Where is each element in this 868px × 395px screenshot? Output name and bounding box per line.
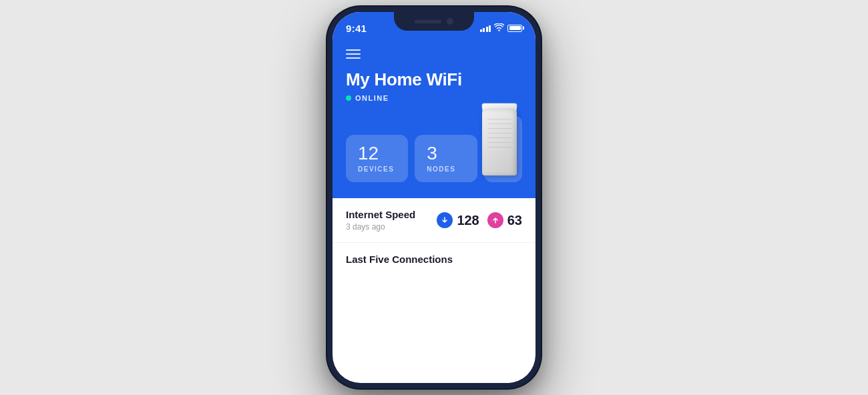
status-icons (480, 23, 523, 33)
speed-row: Internet Speed 3 days ago 128 (346, 209, 522, 232)
scene: 9:41 (0, 0, 868, 395)
page-title: My Home WiFi (346, 69, 522, 90)
app-content: Internet Speed 3 days ago 128 (333, 198, 535, 276)
router-image (482, 109, 517, 182)
speaker (415, 20, 441, 23)
devices-card[interactable]: 12 DEVICES (346, 135, 408, 182)
internet-speed-section[interactable]: Internet Speed 3 days ago 128 (333, 198, 535, 243)
nodes-card[interactable]: 3 NODES (415, 135, 477, 182)
speed-stats: 128 63 (437, 212, 522, 228)
signal-icon (480, 24, 491, 32)
status-bar: 9:41 (333, 12, 535, 41)
download-speed-item: 128 (437, 212, 479, 228)
phone-screen: 9:41 (333, 12, 535, 383)
download-icon (437, 212, 453, 228)
notch (394, 12, 474, 31)
internet-speed-title: Internet Speed (346, 209, 415, 220)
phone-shell: 9:41 (327, 7, 541, 388)
wifi-status-icon (494, 23, 504, 33)
online-status-text: ONLINE (355, 94, 389, 102)
svg-point-0 (498, 29, 499, 31)
speed-info: Internet Speed 3 days ago (346, 209, 415, 232)
internet-speed-subtitle: 3 days ago (346, 222, 415, 232)
hamburger-menu-button[interactable] (346, 49, 522, 59)
router-card (484, 115, 522, 182)
status-time: 9:41 (346, 23, 367, 34)
devices-label: DEVICES (358, 165, 396, 173)
online-badge: ONLINE (346, 94, 522, 102)
last-connections-title: Last Five Connections (346, 254, 522, 265)
nodes-label: NODES (427, 165, 465, 173)
camera (447, 18, 453, 25)
upload-speed-item: 63 (487, 212, 522, 228)
upload-icon (487, 212, 503, 228)
devices-count: 12 (358, 144, 396, 163)
stats-row: 12 DEVICES 3 NODES (346, 115, 522, 182)
download-speed-value: 128 (457, 213, 479, 228)
app-header: My Home WiFi ONLINE 12 DEVICES 3 NODES (333, 41, 535, 198)
battery-icon (507, 25, 522, 32)
nodes-count: 3 (427, 144, 465, 163)
last-connections-section[interactable]: Last Five Connections (333, 243, 535, 276)
online-dot-icon (346, 95, 351, 101)
upload-speed-value: 63 (507, 213, 522, 228)
